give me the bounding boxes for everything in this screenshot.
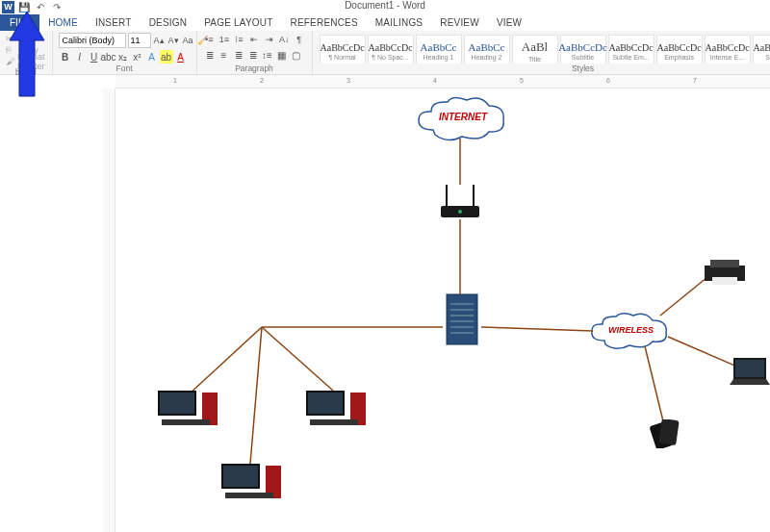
bullets-button[interactable]: •≡ bbox=[203, 33, 217, 46]
svg-rect-41 bbox=[658, 419, 679, 445]
tab-design[interactable]: DESIGN bbox=[141, 14, 196, 31]
svg-line-15 bbox=[189, 327, 262, 394]
tab-insert[interactable]: INSERT bbox=[87, 14, 141, 31]
svg-rect-35 bbox=[710, 260, 739, 267]
desktop-pc-icon bbox=[218, 460, 295, 518]
style-subtle-em-[interactable]: AaBbCcDcSubtle Em... bbox=[608, 35, 654, 63]
ruler-tick: 2 bbox=[260, 77, 264, 84]
tab-review[interactable]: REVIEW bbox=[431, 14, 488, 31]
show-marks-button[interactable]: ¶ bbox=[293, 33, 306, 46]
group-paragraph: •≡ 1≡ ⁝≡ ⇤ ⇥ A↓ ¶ ≣ ≡ ≣ ≣ ↕≡ ▦ ▢ Paragra… bbox=[197, 31, 313, 74]
svg-line-21 bbox=[645, 346, 664, 425]
ruler-tick: 5 bbox=[520, 77, 524, 84]
strike-button[interactable]: abc bbox=[102, 50, 116, 63]
tab-view[interactable]: VIEW bbox=[488, 14, 530, 31]
ruler-tick: 6 bbox=[606, 77, 610, 84]
ruler-tick: 4 bbox=[433, 77, 437, 84]
style-title[interactable]: AaBlTitle bbox=[512, 35, 558, 63]
svg-rect-29 bbox=[310, 419, 358, 425]
document-area[interactable]: INTERNET WIRELESS bbox=[116, 89, 770, 532]
style-heading-1[interactable]: AaBbCcHeading 1 bbox=[416, 35, 462, 63]
redo-button[interactable]: ↷ bbox=[50, 0, 64, 13]
word-app-icon: W bbox=[2, 1, 14, 13]
italic-button[interactable]: I bbox=[73, 50, 87, 63]
group-label-paragraph: Paragraph bbox=[203, 63, 306, 74]
shading-button[interactable]: ▦ bbox=[275, 48, 289, 62]
ruler-tick: 7 bbox=[693, 77, 697, 84]
router-icon bbox=[431, 181, 489, 219]
group-clipboard: ✂Cut ⎘Copy 🖌Format Painter board bbox=[0, 31, 53, 74]
ruler-tick: 1 bbox=[173, 77, 177, 84]
horizontal-ruler[interactable]: 1234567 bbox=[116, 75, 770, 89]
multilevel-button[interactable]: ⁝≡ bbox=[233, 33, 246, 46]
window-title: Document1 - Word bbox=[345, 0, 425, 11]
sort-button[interactable]: A↓ bbox=[277, 33, 291, 46]
superscript-button[interactable]: x² bbox=[131, 50, 144, 63]
align-left-button[interactable]: ≣ bbox=[203, 48, 217, 62]
font-color-button[interactable]: A bbox=[174, 50, 188, 63]
undo-button[interactable]: ↶ bbox=[34, 0, 47, 13]
svg-rect-31 bbox=[223, 466, 258, 487]
svg-rect-38 bbox=[735, 360, 764, 377]
save-button[interactable]: 💾 bbox=[17, 0, 31, 13]
subscript-button[interactable]: x₂ bbox=[116, 50, 130, 63]
svg-line-16 bbox=[262, 327, 333, 391]
internet-label: INTERNET bbox=[439, 112, 487, 122]
quick-access-toolbar: W 💾 ↶ ↷ bbox=[0, 0, 64, 14]
desktop-pc-icon bbox=[154, 387, 231, 444]
svg-rect-4 bbox=[447, 294, 477, 344]
justify-button[interactable]: ≣ bbox=[246, 48, 260, 62]
desktop-pc-icon bbox=[302, 387, 379, 444]
style-heading-2[interactable]: AaBbCcHeading 2 bbox=[464, 35, 510, 63]
cut-button[interactable]: ✂Cut bbox=[6, 33, 46, 44]
group-label-clipboard: board bbox=[6, 67, 46, 78]
shrink-font-button[interactable]: A▾ bbox=[167, 34, 180, 47]
style-strong[interactable]: AaBbCcDcStrong bbox=[753, 35, 770, 63]
svg-rect-25 bbox=[162, 419, 210, 425]
svg-rect-23 bbox=[160, 393, 194, 414]
svg-rect-33 bbox=[225, 493, 273, 498]
svg-point-3 bbox=[458, 210, 462, 214]
numbering-button[interactable]: 1≡ bbox=[218, 33, 231, 46]
style-subtitle[interactable]: AaBbCcDcSubtitle bbox=[560, 35, 606, 63]
server-icon bbox=[441, 291, 483, 348]
laptop-icon bbox=[726, 356, 770, 390]
tab-file[interactable]: FILE bbox=[0, 14, 39, 31]
group-label-styles: Styles bbox=[319, 63, 770, 74]
group-label-font: Font bbox=[59, 63, 191, 74]
bold-button[interactable]: B bbox=[59, 50, 72, 63]
copy-icon: ⎘ bbox=[6, 45, 15, 55]
change-case-button[interactable]: Aa bbox=[182, 34, 194, 47]
ribbon-tabs: FILE HOMEINSERTDESIGNPAGE LAYOUTREFERENC… bbox=[0, 13, 530, 31]
style--no-spac-[interactable]: AaBbCcDc¶ No Spac... bbox=[368, 35, 414, 63]
underline-button[interactable]: U bbox=[88, 50, 101, 63]
brush-icon: 🖌 bbox=[6, 57, 14, 66]
font-size-select[interactable] bbox=[128, 33, 151, 48]
borders-button[interactable]: ▢ bbox=[290, 48, 303, 62]
smartphone-icon bbox=[645, 419, 683, 448]
font-family-select[interactable] bbox=[59, 33, 126, 48]
svg-marker-39 bbox=[730, 379, 770, 385]
style-intense-e-[interactable]: AaBbCcDcIntense E... bbox=[705, 35, 751, 63]
svg-line-18 bbox=[481, 327, 593, 331]
tab-references[interactable]: REFERENCES bbox=[281, 14, 366, 31]
grow-font-button[interactable]: A▴ bbox=[153, 34, 166, 47]
indent-button[interactable]: ⇥ bbox=[263, 33, 276, 46]
line-spacing-button[interactable]: ↕≡ bbox=[261, 48, 274, 62]
tab-page-layout[interactable]: PAGE LAYOUT bbox=[195, 14, 281, 31]
text-effects-button[interactable]: A bbox=[145, 50, 159, 63]
svg-line-17 bbox=[250, 327, 262, 464]
tab-home[interactable]: HOME bbox=[39, 14, 87, 31]
align-right-button[interactable]: ≣ bbox=[232, 48, 245, 62]
style--normal[interactable]: AaBbCcDc¶ Normal bbox=[320, 35, 366, 63]
highlight-button[interactable]: ab bbox=[160, 50, 173, 63]
align-center-button[interactable]: ≡ bbox=[218, 48, 231, 62]
style-emphasis[interactable]: AaBbCcDcEmphasis bbox=[656, 35, 703, 63]
group-styles: AaBbCcDc¶ NormalAaBbCcDc¶ No Spac...AaBb… bbox=[313, 31, 770, 74]
vertical-ruler[interactable] bbox=[103, 89, 116, 532]
outdent-button[interactable]: ⇤ bbox=[247, 33, 261, 46]
tab-mailings[interactable]: MAILINGS bbox=[367, 14, 431, 31]
format-painter-button[interactable]: 🖌Format Painter bbox=[6, 56, 46, 67]
svg-rect-27 bbox=[308, 393, 343, 414]
printer-icon bbox=[701, 258, 749, 287]
